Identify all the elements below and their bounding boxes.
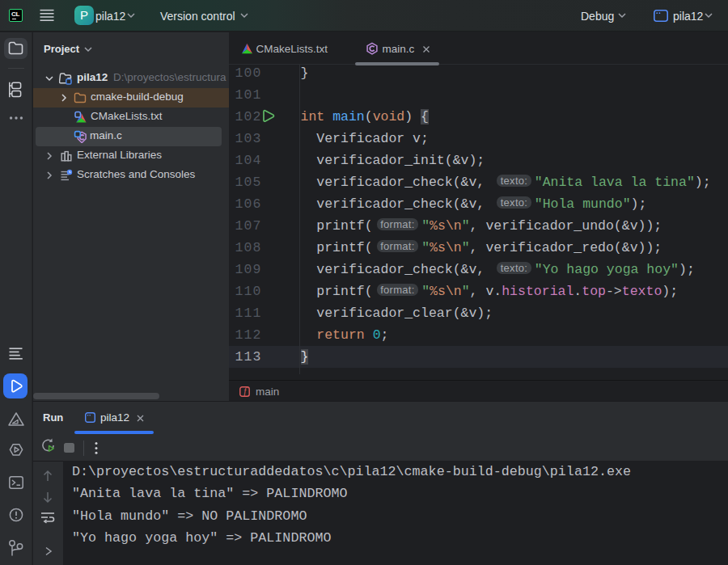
svg-text:f: f [243,386,248,397]
